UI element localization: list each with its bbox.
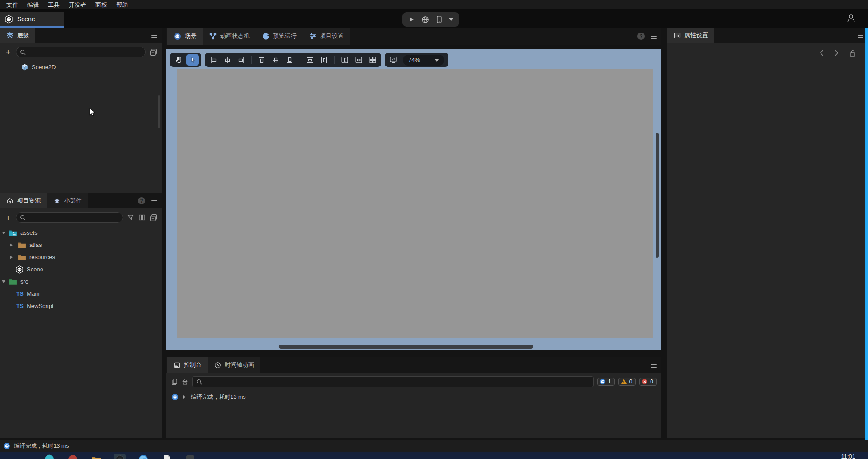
nav-forward-icon[interactable] bbox=[834, 49, 839, 57]
console-menu-icon[interactable] bbox=[651, 363, 657, 368]
console-search-input[interactable] bbox=[205, 379, 590, 385]
menu-item-developer[interactable]: 开发者 bbox=[64, 0, 91, 9]
properties-menu-icon[interactable] bbox=[858, 33, 863, 38]
select-tool[interactable] bbox=[186, 54, 199, 66]
window-title-bar: Scene bbox=[0, 9, 868, 28]
window-tab-scene[interactable]: Scene bbox=[0, 12, 64, 28]
tree-node-main[interactable]: TS Main bbox=[0, 288, 162, 300]
clear-console-icon[interactable] bbox=[181, 378, 189, 385]
scene-viewport[interactable]: 74% bbox=[166, 49, 661, 350]
align-bottom-icon[interactable] bbox=[283, 54, 296, 66]
tree-node-atlas[interactable]: atlas bbox=[0, 239, 162, 251]
zoom-level-dropdown[interactable]: 74% bbox=[403, 55, 444, 66]
menu-item-tools[interactable]: 工具 bbox=[43, 0, 64, 9]
taskbar-files-icon[interactable] bbox=[161, 454, 173, 459]
nav-back-icon[interactable] bbox=[819, 49, 824, 57]
cube-icon bbox=[21, 63, 28, 71]
caret-expanded-icon[interactable] bbox=[2, 232, 5, 236]
device-icon[interactable] bbox=[436, 16, 442, 23]
distribute-v-icon[interactable] bbox=[304, 54, 316, 66]
unlock-icon[interactable] bbox=[849, 49, 856, 57]
tree-node-label: Main bbox=[27, 290, 39, 297]
tab-scene-label: 场景 bbox=[185, 32, 197, 40]
warning-count-badge[interactable]: 0 bbox=[618, 378, 636, 386]
debug-display-icon[interactable] bbox=[387, 54, 400, 66]
tree-node-src[interactable]: src bbox=[0, 275, 162, 288]
add-asset-button[interactable]: + bbox=[5, 213, 12, 222]
add-node-button[interactable]: + bbox=[5, 48, 12, 57]
assets-menu-icon[interactable] bbox=[151, 199, 157, 203]
filter-icon[interactable] bbox=[127, 214, 134, 221]
log-entry[interactable]: 编译完成，耗时13 ms bbox=[166, 391, 661, 403]
globe-icon[interactable] bbox=[421, 16, 429, 24]
taskbar-clock[interactable]: 11:01 bbox=[841, 453, 855, 459]
collapse-all-icon[interactable] bbox=[150, 48, 157, 56]
tab-scene[interactable]: 场景 bbox=[167, 28, 203, 45]
viewport-vertical-scrollbar[interactable] bbox=[656, 133, 659, 258]
align-top-icon[interactable] bbox=[255, 54, 268, 66]
tab-hierarchy[interactable]: 层级 bbox=[0, 28, 35, 43]
assets-panel: 项目资源 小部件 ? + bbox=[0, 193, 162, 438]
tab-widgets[interactable]: 小部件 bbox=[47, 193, 88, 208]
taskbar-app-icon[interactable] bbox=[43, 454, 55, 459]
align-right-icon[interactable] bbox=[235, 54, 248, 66]
align-left-icon[interactable] bbox=[207, 54, 220, 66]
hierarchy-search-input[interactable] bbox=[28, 49, 142, 55]
tab-animation-state-machine[interactable]: 动画状态机 bbox=[203, 28, 256, 45]
hierarchy-search[interactable] bbox=[16, 47, 146, 57]
menu-item-panel[interactable]: 面板 bbox=[91, 0, 112, 9]
scene-menu-icon[interactable] bbox=[651, 34, 657, 39]
error-count-badge[interactable]: 0 bbox=[639, 378, 657, 386]
scene-canvas[interactable] bbox=[177, 69, 653, 338]
copy-log-icon[interactable] bbox=[171, 378, 178, 385]
align-middle-v-icon[interactable] bbox=[269, 54, 282, 66]
tree-node-resources[interactable]: resources bbox=[0, 251, 162, 263]
menu-item-help[interactable]: 帮助 bbox=[112, 0, 132, 9]
console-search[interactable] bbox=[192, 376, 594, 387]
collapse-all-icon[interactable] bbox=[150, 214, 157, 222]
hierarchy-panel: 层级 + Scene2D bbox=[0, 28, 162, 193]
tab-console[interactable]: 控制台 bbox=[167, 357, 208, 373]
tab-properties[interactable]: 属性设置 bbox=[667, 28, 714, 43]
viewport-horizontal-scrollbar[interactable] bbox=[279, 345, 533, 349]
taskbar-active-app-icon[interactable] bbox=[114, 454, 126, 459]
taskbar-app-icon[interactable] bbox=[67, 454, 79, 459]
hierarchy-scrollbar[interactable] bbox=[158, 95, 160, 128]
hierarchy-menu-icon[interactable] bbox=[151, 33, 157, 38]
assets-tab-bar: 项目资源 小部件 ? bbox=[0, 193, 162, 208]
menu-item-file[interactable]: 文件 bbox=[2, 0, 23, 9]
size-horizontal-icon[interactable] bbox=[352, 54, 365, 66]
tree-node-scene-asset[interactable]: Scene bbox=[0, 263, 162, 275]
taskbar-browser-icon[interactable] bbox=[137, 454, 149, 459]
expand-log-icon[interactable] bbox=[183, 395, 188, 399]
taskbar-app-icon[interactable] bbox=[184, 454, 196, 459]
assets-search-input[interactable] bbox=[28, 214, 119, 221]
tab-timeline-animation[interactable]: 时间轴动画 bbox=[208, 357, 260, 373]
search-icon bbox=[20, 49, 26, 55]
caret-down-icon[interactable] bbox=[449, 18, 453, 23]
caret-collapsed-icon[interactable] bbox=[10, 256, 14, 259]
grid-layout-icon[interactable] bbox=[366, 54, 379, 66]
taskbar-folder-icon[interactable] bbox=[90, 454, 102, 459]
tree-node-newscript[interactable]: TS NewScript bbox=[0, 300, 162, 312]
columns-icon[interactable] bbox=[138, 214, 146, 221]
align-center-h-icon[interactable] bbox=[221, 54, 234, 66]
user-icon[interactable] bbox=[846, 14, 856, 23]
assets-search[interactable] bbox=[16, 212, 123, 223]
hand-tool[interactable] bbox=[172, 54, 185, 66]
distribute-h-icon[interactable] bbox=[318, 54, 330, 66]
help-icon[interactable]: ? bbox=[138, 197, 145, 204]
menu-item-edit[interactable]: 编辑 bbox=[23, 0, 43, 9]
tree-node-assets[interactable]: assets bbox=[0, 227, 162, 239]
log-count-badge[interactable]: 1 bbox=[597, 378, 615, 386]
tab-preview-run[interactable]: 预览运行 bbox=[256, 28, 303, 45]
caret-collapsed-icon[interactable] bbox=[10, 243, 14, 247]
help-icon[interactable]: ? bbox=[637, 33, 645, 40]
status-info-icon bbox=[3, 442, 10, 450]
caret-expanded-icon[interactable] bbox=[2, 280, 5, 285]
size-vertical-icon[interactable] bbox=[338, 54, 351, 66]
tab-project-settings[interactable]: 项目设置 bbox=[303, 28, 350, 45]
tree-node-scene2d[interactable]: Scene2D bbox=[0, 61, 162, 73]
tab-assets[interactable]: 项目资源 bbox=[0, 193, 47, 208]
play-icon[interactable] bbox=[408, 16, 415, 23]
